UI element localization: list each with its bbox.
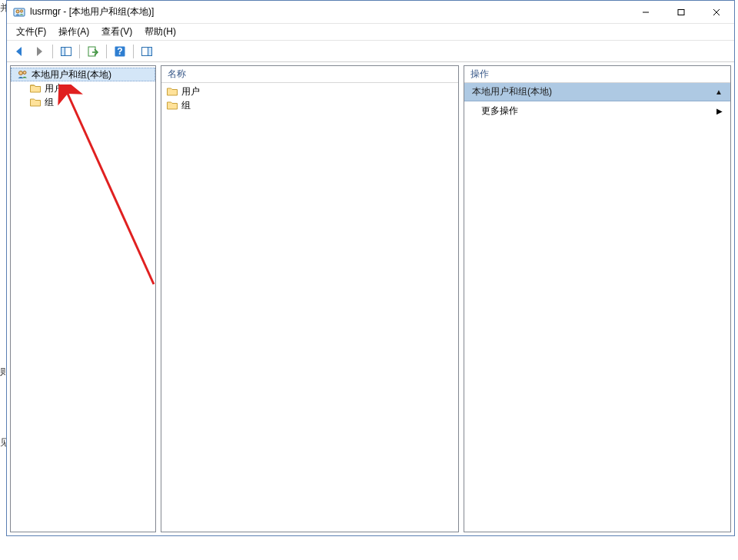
toolbar-separator	[133, 45, 134, 58]
tree-users-label: 用户	[45, 82, 63, 95]
export-list-button[interactable]	[84, 43, 102, 60]
show-hide-tree-button[interactable]	[57, 43, 75, 60]
toolbar-separator	[106, 45, 107, 58]
menu-view[interactable]: 查看(V)	[95, 24, 138, 40]
help-button[interactable]: ?	[111, 43, 129, 60]
svg-rect-9	[88, 47, 95, 56]
svg-rect-4	[678, 9, 684, 15]
maximize-button[interactable]	[663, 1, 699, 24]
app-icon	[13, 6, 25, 18]
toolbar-separator	[79, 45, 80, 58]
cropped-gutter: 则	[0, 366, 6, 379]
svg-text:?: ?	[117, 46, 122, 57]
tree-root-node[interactable]: 本地用户和组(本地)	[11, 68, 155, 81]
menu-action[interactable]: 操作(A)	[52, 24, 95, 40]
collapse-icon: ▲	[715, 88, 723, 96]
users-groups-icon	[16, 68, 28, 81]
svg-rect-8	[62, 47, 65, 55]
tree: 本地用户和组(本地) 用户	[11, 66, 155, 111]
titlebar: lusrmgr - [本地用户和组(本地)]	[7, 1, 734, 24]
list-panel: 名称 用户 组	[161, 65, 459, 532]
submenu-arrow-icon: ▶	[716, 107, 723, 115]
list-item-users[interactable]: 用户	[161, 84, 458, 98]
list-item-groups[interactable]: 组	[161, 98, 458, 112]
folder-icon	[29, 96, 42, 108]
folder-icon	[166, 85, 178, 98]
action-more[interactable]: 更多操作 ▶	[464, 101, 730, 120]
menu-bar: 文件(F) 操作(A) 查看(V) 帮助(H)	[7, 24, 734, 41]
actions-header-label: 操作	[470, 68, 489, 81]
svg-point-1	[16, 10, 19, 13]
list-item-label: 组	[181, 99, 191, 112]
tree-node-groups[interactable]: 组	[11, 95, 155, 109]
cropped-gutter: 见	[0, 436, 6, 449]
tree-root-label: 本地用户和组(本地)	[32, 68, 111, 81]
list-body: 用户 组	[161, 83, 458, 114]
tree-node-users[interactable]: 用户	[11, 81, 155, 95]
action-more-label: 更多操作	[481, 104, 518, 118]
actions-section-label: 本地用户和组(本地)	[472, 85, 552, 98]
back-button[interactable]	[10, 43, 28, 60]
app-window: lusrmgr - [本地用户和组(本地)] 文件(F) 操作(A) 查看(V)…	[6, 0, 735, 536]
list-column-header[interactable]: 名称	[161, 66, 458, 83]
cropped-gutter: 并	[0, 2, 6, 15]
svg-point-2	[20, 9, 22, 12]
list-item-label: 用户	[181, 85, 200, 98]
tree-groups-label: 组	[45, 96, 54, 109]
actions-section[interactable]: 本地用户和组(本地) ▲	[464, 83, 730, 101]
toolbar-separator	[52, 45, 53, 58]
menu-help[interactable]: 帮助(H)	[138, 24, 182, 40]
content-area: 本地用户和组(本地) 用户	[7, 62, 734, 535]
column-name-label: 名称	[168, 68, 186, 81]
actions-header: 操作	[464, 66, 730, 83]
menu-file[interactable]: 文件(F)	[10, 24, 52, 40]
svg-point-15	[19, 71, 23, 75]
window-title: lusrmgr - [本地用户和组(本地)]	[30, 5, 628, 18]
tree-panel: 本地用户和组(本地) 用户	[10, 65, 156, 532]
svg-point-16	[23, 71, 26, 75]
folder-icon	[29, 82, 42, 94]
action-pane-button[interactable]	[138, 43, 156, 60]
toolbar: ?	[7, 41, 734, 62]
svg-rect-14	[148, 47, 152, 55]
folder-icon	[166, 99, 178, 111]
minimize-button[interactable]	[628, 1, 663, 24]
close-button[interactable]	[699, 1, 734, 24]
forward-button[interactable]	[30, 43, 48, 60]
actions-panel: 操作 本地用户和组(本地) ▲ 更多操作 ▶	[464, 65, 731, 532]
